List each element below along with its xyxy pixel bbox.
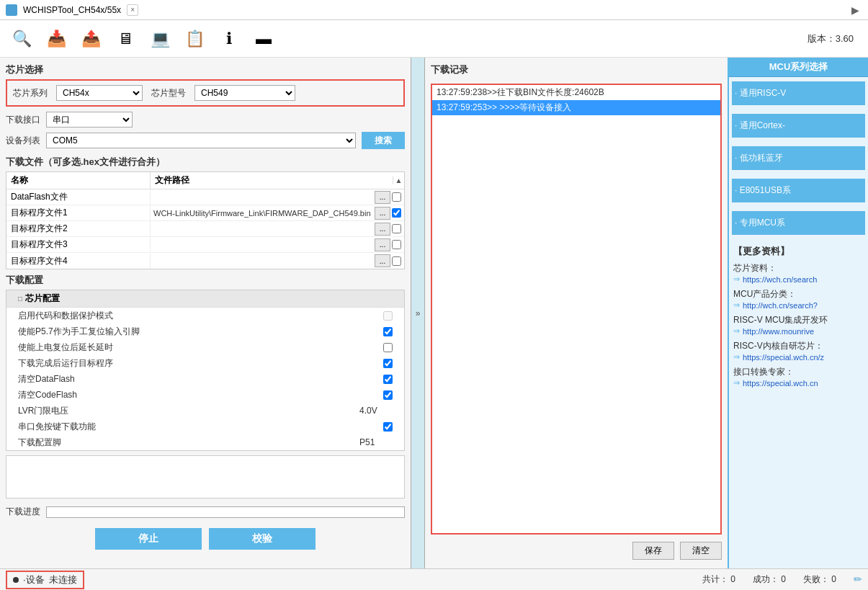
app-icon xyxy=(6,4,17,16)
search-btn[interactable]: 搜索 xyxy=(362,132,405,149)
config-cb-7[interactable] xyxy=(383,422,393,432)
file-check-1[interactable] xyxy=(392,208,401,218)
config-label-3: 下载完成后运行目标程序 xyxy=(18,357,383,370)
risc-ide-link[interactable]: http://www.mounrive xyxy=(733,326,864,336)
left-panel: 芯片选择 芯片系列 CH54x 芯片型号 CH549 下载接口 串口 设备列表 xyxy=(0,58,411,568)
total-value: 0 xyxy=(730,574,735,584)
mcu-btn-cortex[interactable]: · 通用Cortex- xyxy=(732,114,865,138)
browse-btn-2[interactable]: ... xyxy=(375,223,390,236)
open-file-btn[interactable]: 📥 xyxy=(40,23,72,55)
mcu-panel: MCU系列选择 · 通用RISC-V · 通用Cortex- · 低功耗蓝牙 ·… xyxy=(728,58,868,568)
main-container: 芯片选择 芯片系列 CH54x 芯片型号 CH549 下载接口 串口 设备列表 xyxy=(0,58,868,568)
right-panel: 下载记录 13:27:59:238>>往下载BIN文件长度:24602B 13:… xyxy=(425,58,728,568)
config-cb-0[interactable] xyxy=(383,311,393,321)
info-icon: ℹ xyxy=(226,30,232,48)
config-cb-4[interactable] xyxy=(383,375,393,384)
success-value: 0 xyxy=(781,574,786,584)
config-section-wrapper: 下载配置 □ 芯片配置 启用代码和数据保护模式 使能P5.7作为手工复位输入引脚… xyxy=(6,274,405,451)
expand-icon[interactable]: □ xyxy=(18,295,22,303)
chip-config-header: □ 芯片配置 xyxy=(6,290,404,308)
stop-btn[interactable]: 停止 xyxy=(95,528,202,550)
risc-ide-label: RISC-V MCU集成开发环 xyxy=(733,314,864,326)
interface-row: 下载接口 串口 xyxy=(6,109,405,130)
config-row-5: 清空CodeFlash xyxy=(6,387,404,403)
fail-value: 0 xyxy=(831,574,836,584)
log-buttons: 保存 清空 xyxy=(431,539,722,563)
file-table-header: 名称 文件路径 ▲ xyxy=(6,172,404,189)
settings-icon: ▬ xyxy=(256,30,272,48)
settings-btn[interactable]: ▬ xyxy=(248,23,279,55)
chip-info-label: 芯片资料： xyxy=(733,262,864,274)
browse-btn-0[interactable]: ... xyxy=(375,191,390,204)
config-label-4: 清空DataFlash xyxy=(18,373,383,385)
config-cb-2[interactable] xyxy=(383,343,393,352)
middle-expand-btn[interactable]: » xyxy=(411,58,425,568)
mcu-btn-ble[interactable]: · 低功耗蓝牙 xyxy=(732,146,865,170)
verify-btn[interactable]: 校验 xyxy=(209,528,316,550)
scroll-up-btn[interactable]: ▲ xyxy=(393,176,404,184)
expand-arrow: » xyxy=(416,308,421,318)
add-btn[interactable]: 📋 xyxy=(179,23,210,55)
file-check-3[interactable] xyxy=(392,240,401,249)
file-section: 下载文件（可多选.hex文件进行合并） 名称 文件路径 ▲ DataFlash文… xyxy=(6,156,405,269)
file-path-3 xyxy=(151,243,375,246)
device-label: ·设备 xyxy=(23,573,45,586)
file-check-2[interactable] xyxy=(392,224,401,233)
config-row-4: 清空DataFlash xyxy=(6,371,404,387)
title-bar-text: WCHISPTool_CH54x/55x xyxy=(23,5,121,15)
product-category-link[interactable]: http://wch.cn/search? xyxy=(733,300,864,310)
mcu-btn-e8051[interactable]: · E8051USB系 xyxy=(732,179,865,202)
status-dot xyxy=(13,577,19,583)
log-row-1[interactable]: 13:27:59:253>> >>>>等待设备接入 xyxy=(432,100,720,115)
edit-icon[interactable]: ✏ xyxy=(854,573,862,586)
mcu-btn-special[interactable]: · 专用MCU系 xyxy=(732,211,865,235)
mcu-risc-core: RISC-V内核自研芯片： https://special.wch.cn/z xyxy=(733,340,864,362)
browse-btn-3[interactable]: ... xyxy=(375,238,390,251)
file-name-3: 目标程序文件3 xyxy=(6,237,151,252)
chip-series-select[interactable]: CH54x xyxy=(56,85,143,101)
status-border: ·设备 未连接 xyxy=(6,571,84,589)
save-log-btn[interactable]: 保存 xyxy=(632,542,674,560)
config-section-header: 下载配置 xyxy=(6,274,405,287)
close-tab-btn[interactable]: × xyxy=(127,4,138,16)
device-select[interactable]: COM5 xyxy=(46,133,356,148)
config-row-7: 串口免按键下载功能 xyxy=(6,419,404,434)
file-path-0 xyxy=(151,196,375,199)
config-value-6: 4.0V xyxy=(357,406,393,416)
config-row-6: LVR门限电压 4.0V xyxy=(6,403,404,419)
file-check-4[interactable] xyxy=(392,256,401,266)
product-category-label: MCU产品分类： xyxy=(733,288,864,300)
mcu-btn-risc[interactable]: · 通用RISC-V xyxy=(732,81,865,105)
info-btn[interactable]: ℹ xyxy=(213,23,245,55)
progress-bar xyxy=(46,506,405,518)
series-label: 芯片系列 xyxy=(13,87,48,99)
chip-info-link[interactable]: https://wch.cn/search xyxy=(733,274,864,284)
config-cb-5[interactable] xyxy=(383,390,393,400)
config-row-2: 使能上电复位后延长延时 xyxy=(6,339,404,355)
chip-type-select[interactable]: CH549 xyxy=(194,85,295,101)
table-row: 目标程序文件4 ... xyxy=(6,253,404,269)
clear-log-btn[interactable]: 清空 xyxy=(680,542,722,560)
interface-expert-link[interactable]: https://special.wch.cn xyxy=(733,378,864,388)
mcu-more-title: 【更多资料】 xyxy=(733,245,864,258)
file-section-header: 下载文件（可多选.hex文件进行合并） xyxy=(6,156,405,169)
browse-btn-4[interactable]: ... xyxy=(375,254,390,267)
file-table: 名称 文件路径 ▲ DataFlash文件 ... 目标程序文件1 WCH-Li… xyxy=(6,171,405,269)
device-label: 设备列表 xyxy=(6,135,40,147)
config-cb-3[interactable] xyxy=(383,359,393,368)
config-cb-1[interactable] xyxy=(383,327,393,336)
config-label-1: 使能P5.7作为手工复位输入引脚 xyxy=(18,326,383,338)
file-check-0[interactable] xyxy=(392,192,401,202)
mcu-panel-title: MCU系列选择 xyxy=(729,58,868,77)
nav-arrow[interactable]: ▶ xyxy=(849,4,862,16)
browse-btn-1[interactable]: ... xyxy=(375,207,390,220)
download-tool-btn[interactable]: 🔍 xyxy=(6,23,37,55)
save-btn[interactable]: 📤 xyxy=(75,23,107,55)
file-path-1: WCH-LinkUtility\Firmware_Link\FIRMWARE_D… xyxy=(151,207,375,219)
interface-select[interactable]: 串口 xyxy=(46,112,133,128)
risc-core-link[interactable]: https://special.wch.cn/z xyxy=(733,352,864,362)
chip-btn[interactable]: 💻 xyxy=(144,23,176,55)
monitor-btn[interactable]: 🖥 xyxy=(109,23,141,55)
config-row-3: 下载完成后运行目标程序 xyxy=(6,355,404,371)
col-path-header: 文件路径 xyxy=(151,172,393,189)
